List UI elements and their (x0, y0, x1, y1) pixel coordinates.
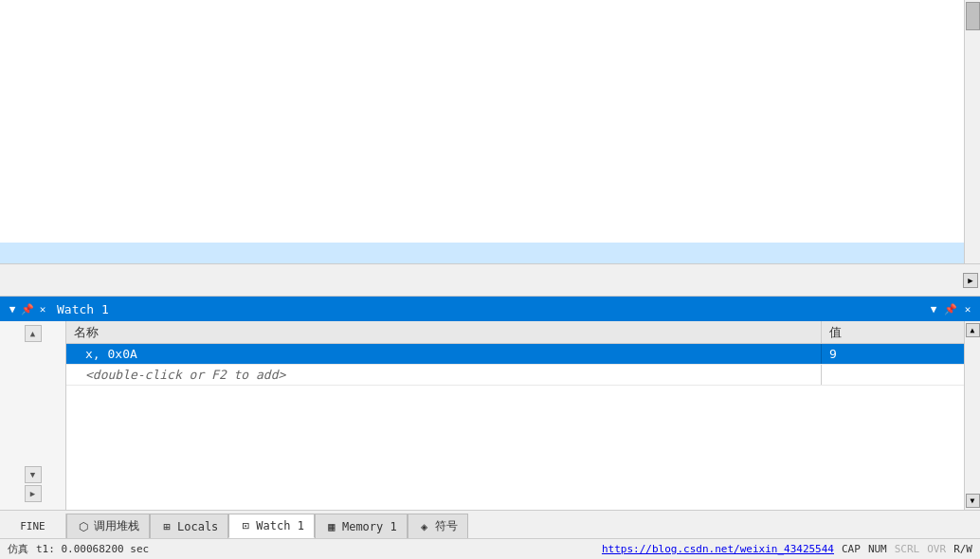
tab-memory1[interactable]: ▦ Memory 1 (315, 514, 408, 538)
watch-titlebar: ▼ 📌 ✕ Watch 1 ▼ 📌 ✕ (0, 297, 980, 321)
watch-close-icon[interactable]: ✕ (961, 302, 974, 316)
col-name-header: 名称 (66, 321, 822, 343)
status-raw: R/W (953, 543, 972, 555)
watch-pin2-icon[interactable]: 📌 (944, 302, 957, 316)
watch-main: 名称 值 x, 0x0A 9 <double-click or F2 to ad… (66, 321, 964, 510)
tab-locals[interactable]: ⊞ Locals (150, 514, 228, 538)
col-value-header: 值 (822, 321, 964, 343)
row-value-empty (822, 365, 964, 385)
sidebar-up-arrow[interactable]: ▲ (25, 325, 42, 342)
tab-watch1-label: Watch 1 (256, 519, 304, 532)
sidebar-bottom-arrows: ▼ ▶ (25, 466, 42, 502)
watch-content: ▲ ▼ ▶ 名称 值 x, 0x0A 9 (0, 321, 980, 510)
nav-right-arrow[interactable]: ▶ (963, 273, 978, 288)
pin-icon[interactable]: 📌 (21, 302, 34, 316)
status-time: t1: 0.00068200 sec (36, 543, 149, 555)
locals-icon: ⊞ (160, 520, 173, 533)
tab-callstack-label: 调用堆栈 (94, 518, 139, 534)
scroll-up-button[interactable]: ▲ (966, 323, 980, 337)
tab-callstack[interactable]: ⬡ 调用堆栈 (66, 514, 150, 538)
editor-area (0, 0, 980, 264)
watch-table-header: 名称 值 (66, 321, 964, 344)
sidebar-down-arrow[interactable]: ▼ (25, 466, 42, 483)
pin-down-icon[interactable]: ▼ (6, 302, 19, 316)
close-icon[interactable]: ✕ (36, 302, 49, 316)
sidebar-right-arrow[interactable]: ▶ (25, 485, 42, 502)
tab-memory1-label: Memory 1 (342, 520, 397, 533)
watch-table-body[interactable]: x, 0x0A 9 <double-click or F2 to add> (66, 344, 964, 510)
callstack-icon: ⬡ (77, 520, 90, 533)
status-left: 仿真 t1: 0.00068200 sec (8, 542, 149, 556)
watch-left-sidebar: ▲ ▼ ▶ (0, 321, 66, 510)
watch-title-left: ▼ 📌 ✕ Watch 1 (6, 302, 109, 316)
tab-symbol[interactable]: ◈ 符号 (408, 514, 468, 538)
status-simulation: 仿真 (8, 542, 28, 556)
row-value: 9 (822, 344, 964, 364)
watch-scrollbar[interactable]: ▲ ▼ (964, 321, 980, 510)
table-row[interactable]: x, 0x0A 9 (66, 344, 964, 365)
tab-symbol-label: 符号 (435, 518, 458, 534)
row-name: x, 0x0A (66, 344, 822, 364)
left-label: FINE (0, 514, 66, 538)
status-right: https://blog.csdn.net/weixin_43425544 CA… (602, 543, 972, 555)
editor-highlight-line (0, 243, 980, 263)
row-placeholder: <double-click or F2 to add> (66, 365, 822, 385)
watch-panel: ▼ 📌 ✕ Watch 1 ▼ 📌 ✕ ▲ ▼ ▶ (0, 297, 980, 510)
status-scrl: SCRL (895, 543, 920, 555)
nav-arrows-row: ▶ (0, 264, 980, 297)
watch-title: Watch 1 (57, 302, 109, 316)
status-num: NUM (868, 543, 887, 555)
status-cap: CAP (842, 543, 861, 555)
tab-watch1[interactable]: ⊡ Watch 1 (228, 514, 315, 538)
pin-area: ▼ 📌 ✕ (6, 302, 49, 316)
watch-title-controls: ▼ 📌 ✕ (927, 302, 974, 316)
status-bar: 仿真 t1: 0.00068200 sec https://blog.csdn.… (0, 538, 980, 559)
sidebar-top-arrows: ▲ (25, 325, 42, 342)
scroll-down-button[interactable]: ▼ (966, 494, 980, 508)
bottom-tabs: FINE ⬡ 调用堆栈 ⊞ Locals ⊡ Watch 1 ▦ Memory … (0, 510, 980, 538)
memory1-icon: ▦ (325, 520, 338, 533)
watch-pin-down-icon[interactable]: ▼ (927, 302, 940, 316)
editor-scrollbar[interactable] (964, 0, 980, 263)
table-row-placeholder[interactable]: <double-click or F2 to add> (66, 365, 964, 386)
status-ovr: OVR (927, 543, 946, 555)
symbol-icon: ◈ (418, 520, 431, 533)
tab-locals-label: Locals (177, 520, 218, 533)
scrollbar-thumb[interactable] (966, 2, 980, 30)
watch1-icon: ⊡ (239, 519, 252, 532)
status-link[interactable]: https://blog.csdn.net/weixin_43425544 (602, 543, 834, 555)
